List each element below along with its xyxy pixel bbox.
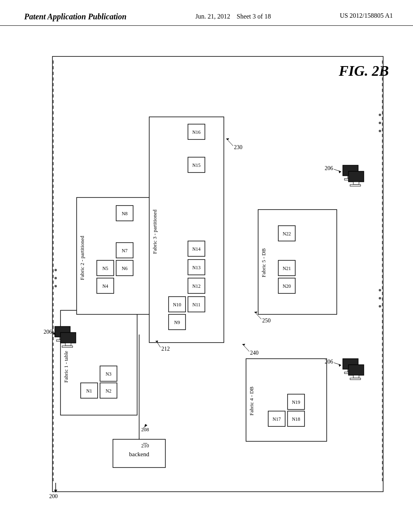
svg-line-50 <box>157 343 161 347</box>
svg-text:N14: N14 <box>192 246 201 252</box>
svg-text:N17: N17 <box>273 416 281 422</box>
svg-rect-92 <box>348 171 364 182</box>
svg-point-112 <box>54 285 57 287</box>
svg-text:N12: N12 <box>192 283 201 289</box>
svg-rect-93 <box>353 182 359 185</box>
svg-text:N7: N7 <box>122 248 128 254</box>
svg-text:N2: N2 <box>106 388 112 394</box>
svg-rect-66 <box>246 359 327 441</box>
svg-text:206: 206 <box>44 329 52 335</box>
svg-text:N9: N9 <box>174 320 180 325</box>
svg-text:N10: N10 <box>173 302 181 308</box>
svg-marker-106 <box>339 364 341 367</box>
svg-text:backend: backend <box>129 451 149 457</box>
publication-date-sheet: Jun. 21, 2012 Sheet 3 of 18 <box>196 12 271 21</box>
diagram-svg: backend 210 208 Fabric 1 - table N1 N2 N… <box>20 52 395 520</box>
svg-rect-85 <box>62 346 73 347</box>
svg-text:240: 240 <box>250 350 259 356</box>
page-header: Patent Application Publication Jun. 21, … <box>0 0 413 26</box>
svg-line-75 <box>244 346 249 351</box>
svg-rect-103 <box>350 378 361 380</box>
svg-text:N13: N13 <box>192 265 201 270</box>
svg-rect-101 <box>348 365 364 375</box>
svg-rect-102 <box>353 375 359 378</box>
svg-marker-76 <box>242 344 245 346</box>
svg-rect-19 <box>77 197 153 314</box>
svg-point-111 <box>54 277 57 279</box>
svg-point-114 <box>379 297 381 299</box>
svg-line-53 <box>228 140 233 146</box>
svg-point-110 <box>54 269 57 271</box>
publication-type: Patent Application Publication <box>24 12 127 21</box>
svg-point-109 <box>379 130 381 132</box>
svg-text:N22: N22 <box>283 231 291 237</box>
publication-number: US 2012/158805 A1 <box>340 12 393 19</box>
svg-marker-65 <box>254 312 257 314</box>
svg-text:Fabric 1 - table: Fabric 1 - table <box>63 351 69 382</box>
svg-text:212: 212 <box>161 346 170 352</box>
svg-text:Fabric 5 - DB: Fabric 5 - DB <box>261 248 267 277</box>
svg-point-108 <box>379 122 381 124</box>
svg-point-107 <box>379 114 381 116</box>
svg-marker-78 <box>54 490 57 493</box>
svg-text:Fabric 3 - partitioned: Fabric 3 - partitioned <box>152 209 158 254</box>
svg-text:206: 206 <box>325 165 333 171</box>
svg-point-113 <box>379 289 381 291</box>
svg-marker-97 <box>339 170 341 173</box>
svg-text:200: 200 <box>49 493 58 499</box>
svg-text:N19: N19 <box>292 399 300 405</box>
svg-text:N5: N5 <box>102 266 108 271</box>
svg-text:N15: N15 <box>192 162 201 168</box>
svg-text:230: 230 <box>234 144 242 150</box>
svg-rect-83 <box>60 332 76 343</box>
svg-text:206: 206 <box>325 359 333 365</box>
svg-rect-94 <box>350 185 361 186</box>
svg-text:Fabric 4 - DB: Fabric 4 - DB <box>248 387 254 416</box>
svg-text:N11: N11 <box>192 302 200 308</box>
svg-text:N21: N21 <box>283 266 291 271</box>
svg-text:N6: N6 <box>122 266 128 271</box>
svg-point-115 <box>379 305 381 308</box>
svg-marker-54 <box>226 138 229 140</box>
svg-text:N16: N16 <box>192 129 201 135</box>
svg-text:N4: N4 <box>102 283 108 289</box>
svg-rect-55 <box>258 210 337 314</box>
svg-text:N3: N3 <box>106 371 112 377</box>
svg-text:N20: N20 <box>283 283 291 289</box>
svg-text:Fabric 2 - partitioned: Fabric 2 - partitioned <box>79 235 85 280</box>
svg-rect-84 <box>65 343 71 346</box>
svg-text:208: 208 <box>141 426 149 432</box>
svg-text:250: 250 <box>262 318 271 324</box>
svg-rect-31 <box>149 117 224 343</box>
svg-text:N18: N18 <box>292 416 300 422</box>
svg-text:N1: N1 <box>86 388 92 394</box>
svg-text:N8: N8 <box>122 211 128 216</box>
svg-rect-11 <box>60 310 137 415</box>
